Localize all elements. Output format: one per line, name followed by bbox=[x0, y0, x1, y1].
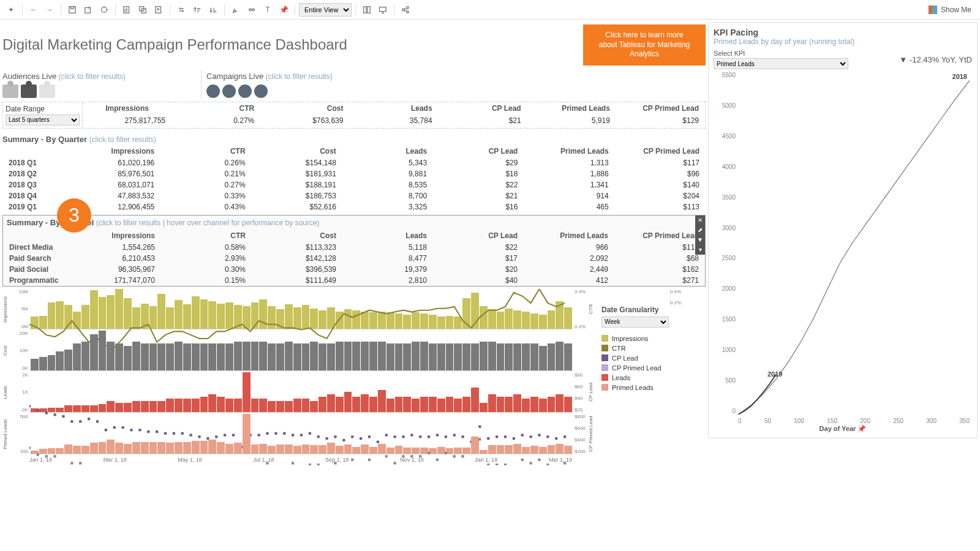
kpi-chart[interactable]: 5500500045004000350030002500200015001000… bbox=[714, 72, 972, 433]
svg-point-14 bbox=[407, 6, 409, 9]
duplicate-icon[interactable] bbox=[135, 2, 150, 17]
table-row[interactable]: Programmatic171,747,0700.15%$111,6492,81… bbox=[3, 275, 705, 286]
new-data-icon[interactable] bbox=[81, 2, 96, 17]
svg-rect-141 bbox=[546, 463, 549, 465]
save-icon[interactable] bbox=[65, 2, 80, 17]
refresh-icon[interactable] bbox=[97, 2, 111, 17]
audiences-label: Audiences Live bbox=[2, 72, 56, 81]
kpi-subtitle: Primed Leads by day of year (running tot… bbox=[714, 37, 972, 46]
channel-section[interactable]: 3 ✕ ⬈ ▼ ▾ Summary - By Channel (click to… bbox=[2, 215, 706, 287]
table-row[interactable]: 2018 Q447,883,5320.33%$186,7538,700$2191… bbox=[2, 190, 706, 201]
table-row[interactable]: Paid Search6,210,4532.93%$142,1288,477$1… bbox=[3, 253, 705, 264]
table-row[interactable]: Paid Social96,305,9670.30%$396,53919,379… bbox=[3, 264, 705, 275]
page-title: Digital Marketing Campaign Performance D… bbox=[2, 36, 347, 53]
legend-item[interactable]: Primed Leads bbox=[601, 383, 706, 392]
table-row[interactable]: 2018 Q161,020,1960.26%$154,1485,343$291,… bbox=[2, 157, 706, 168]
clear-icon[interactable] bbox=[151, 2, 166, 17]
forward-icon[interactable]: → bbox=[42, 2, 57, 17]
date-range-label: Date Range bbox=[6, 105, 80, 113]
chart-primed-leads[interactable]: Primed Leads 500200 $800$600$400$200CP P… bbox=[2, 414, 599, 454]
legend-item[interactable]: CTR bbox=[601, 343, 706, 353]
svg-rect-135 bbox=[496, 463, 498, 465]
show-me-icon bbox=[929, 6, 937, 14]
table-row[interactable]: 2019 Q112,906,4550.43%$52,6163,325$16465… bbox=[2, 201, 706, 212]
cta-button[interactable]: Click here to learn more about Tableau f… bbox=[583, 24, 706, 66]
toolbar: ✦ ← → T 📌 Entire View Show Me bbox=[0, 0, 980, 20]
chart-cost[interactable]: Cost 20K10K0K bbox=[2, 331, 599, 371]
svg-rect-12 bbox=[380, 7, 386, 11]
legend-item[interactable]: CP Primed Lead bbox=[601, 363, 706, 373]
legend-item[interactable]: Leads bbox=[601, 373, 706, 383]
granularity-select[interactable]: Week bbox=[601, 317, 669, 328]
show-cards-icon[interactable] bbox=[360, 2, 374, 17]
step-badge: 3 bbox=[57, 198, 91, 233]
campaigns-label: Campaigns Live bbox=[206, 72, 263, 81]
campaign-dot[interactable] bbox=[222, 84, 236, 98]
date-range-select[interactable]: Last 5 quarters bbox=[6, 114, 80, 126]
filter-icon[interactable]: ▼ bbox=[695, 235, 705, 245]
chart-xaxis: Jan 1, 18Mar 1, 18May 1, 18Jul 1, 18Sep … bbox=[2, 455, 599, 463]
chart-leads[interactable]: Leads 2K1K0K $80$60$40$20CP Lead bbox=[2, 372, 599, 413]
svg-point-13 bbox=[402, 9, 405, 11]
svg-rect-1 bbox=[70, 6, 74, 9]
kpi-panel: KPI Pacing Primed Leads by day of year (… bbox=[708, 22, 978, 438]
view-mode-select[interactable]: Entire View bbox=[299, 3, 352, 17]
campaign-dot[interactable] bbox=[206, 84, 220, 98]
sort-asc-icon[interactable] bbox=[190, 2, 205, 17]
svg-point-9 bbox=[252, 9, 255, 11]
back-icon[interactable]: ← bbox=[26, 2, 41, 17]
svg-rect-10 bbox=[364, 6, 366, 13]
svg-rect-134 bbox=[487, 463, 489, 465]
share-icon[interactable] bbox=[398, 2, 413, 17]
legend-item[interactable]: CP Lead bbox=[601, 353, 706, 363]
granularity-label: Date Granularity bbox=[601, 305, 706, 314]
svg-point-15 bbox=[407, 10, 409, 13]
group-icon[interactable] bbox=[244, 2, 259, 17]
campaign-dot[interactable] bbox=[254, 84, 268, 98]
svg-rect-0 bbox=[69, 6, 76, 13]
close-icon[interactable]: ✕ bbox=[695, 216, 705, 225]
audience-icon[interactable] bbox=[39, 84, 55, 98]
chart-impressions[interactable]: Impressions 10M5M0M 0.4%0.2%CTR bbox=[2, 289, 599, 329]
pin-icon[interactable]: 📌 bbox=[276, 2, 291, 17]
table-row[interactable]: 2018 Q285,976,5010.21%$181,9319,881$181,… bbox=[2, 168, 706, 179]
highlight-icon[interactable] bbox=[228, 2, 243, 17]
kpi-delta: ▼ -12.43% YoY, YtD bbox=[899, 55, 972, 64]
svg-rect-136 bbox=[504, 463, 507, 465]
audience-icon[interactable] bbox=[21, 84, 37, 98]
campaign-dots[interactable] bbox=[206, 84, 706, 98]
svg-point-8 bbox=[249, 9, 252, 11]
table-row[interactable]: 2018 Q368,031,0710.27%$188,1918,535$221,… bbox=[2, 179, 706, 190]
more-icon[interactable]: ▾ bbox=[695, 245, 705, 255]
legend-item[interactable]: Impressions bbox=[601, 334, 706, 343]
swap-icon[interactable] bbox=[174, 2, 189, 17]
quarter-title: Summary - By Quarter (click to filter re… bbox=[2, 131, 706, 145]
sort-desc-icon[interactable] bbox=[206, 2, 221, 17]
show-me-button[interactable]: Show Me bbox=[924, 6, 976, 14]
new-sheet-icon[interactable] bbox=[119, 2, 134, 17]
logo-icon[interactable]: ✦ bbox=[4, 2, 18, 17]
svg-rect-114 bbox=[317, 463, 320, 465]
kpi-title: KPI Pacing bbox=[714, 28, 972, 37]
audience-icon[interactable] bbox=[2, 84, 18, 98]
expand-icon[interactable]: ⬈ bbox=[695, 225, 705, 235]
table-row[interactable]: Direct Media1,554,2650.58%$113,3235,118$… bbox=[3, 242, 705, 253]
svg-rect-113 bbox=[309, 463, 311, 465]
audience-icons[interactable] bbox=[2, 84, 198, 98]
quarter-table[interactable]: ImpressionsCTRCostLeadsCP LeadPrimed Lea… bbox=[2, 145, 706, 212]
totals-icon[interactable]: T bbox=[260, 2, 275, 17]
topline-metrics: Date Range Last 5 quarters ImpressionsCT… bbox=[2, 102, 706, 129]
campaign-dot[interactable] bbox=[238, 84, 252, 98]
svg-rect-4 bbox=[124, 6, 129, 13]
kpi-select[interactable]: Primed Leads bbox=[714, 58, 848, 69]
svg-point-3 bbox=[102, 7, 107, 12]
presentation-icon[interactable] bbox=[375, 2, 390, 17]
svg-rect-11 bbox=[368, 6, 370, 13]
